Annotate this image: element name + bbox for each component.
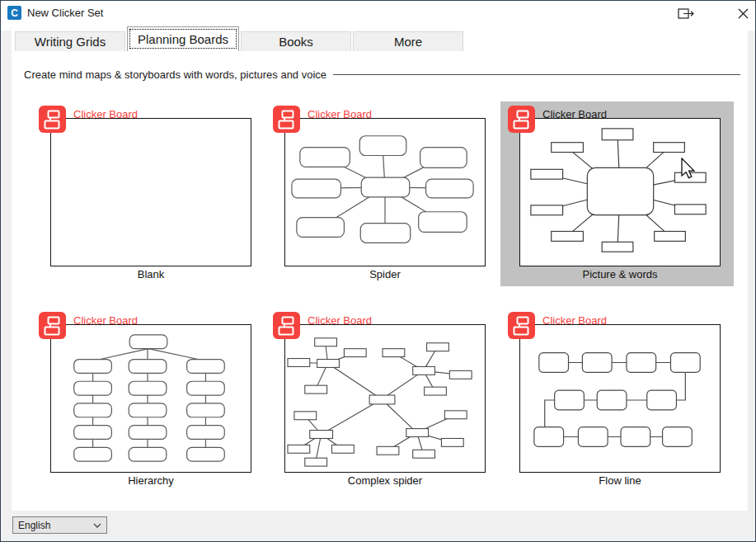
template-name: Spider	[284, 268, 486, 280]
close-button[interactable]	[730, 3, 756, 23]
template-name: Flow line	[519, 474, 721, 487]
undock-icon	[678, 8, 695, 19]
card-brand-label: Clicker Board	[73, 314, 138, 327]
tab-strip: Writing Grids Planning Boards Books More	[15, 26, 465, 51]
tab-writing-grids[interactable]: Writing Grids	[15, 31, 125, 51]
card-brand-label: Clicker Board	[308, 108, 372, 120]
template-name: Hierarchy	[50, 474, 251, 487]
clicker-app-icon: C	[7, 6, 21, 20]
clicker-board-icon	[273, 106, 300, 133]
section-header: Create mind maps & storyboards with word…	[24, 68, 740, 81]
template-card-complex-spider[interactable]: Clicker Board C	[265, 308, 499, 493]
card-brand-label: Clicker Board	[308, 314, 372, 327]
tab-planning-boards[interactable]: Planning Boards	[127, 26, 239, 51]
close-icon	[738, 8, 749, 19]
chevron-down-icon	[93, 523, 101, 528]
template-thumbnail-blank	[50, 118, 251, 266]
card-brand-label: Clicker Board	[542, 314, 607, 327]
language-select-value: English	[18, 520, 93, 531]
left-margin	[1, 31, 12, 511]
clicker-board-icon	[273, 312, 300, 339]
template-card-picture-words[interactable]: Clicker Board	[500, 101, 734, 286]
section-rule	[333, 74, 740, 75]
right-margin	[748, 31, 755, 511]
language-select[interactable]: English	[12, 516, 107, 534]
clicker-board-icon	[508, 312, 535, 339]
tab-more[interactable]: More	[353, 31, 463, 51]
undock-window-button[interactable]	[673, 3, 699, 23]
section-description: Create mind maps & storyboards with word…	[24, 68, 326, 81]
card-brand-label: Clicker Board	[73, 108, 138, 120]
template-thumbnail-spider	[284, 118, 486, 266]
template-name: Complex spider	[284, 474, 486, 487]
window-title: New Clicker Set	[27, 7, 103, 19]
template-card-spider[interactable]: Clicker Board Spider	[265, 101, 499, 286]
template-card-blank[interactable]: Clicker Board Blank	[31, 101, 265, 286]
tab-books[interactable]: Books	[241, 31, 351, 51]
template-thumbnail-flow-line	[519, 324, 721, 473]
new-clicker-set-dialog: C New Clicker Set Writing Grids Planning…	[0, 0, 756, 542]
template-name: Picture & words	[519, 268, 721, 280]
card-brand-label: Clicker Board	[542, 108, 607, 120]
template-card-hierarchy[interactable]: Clicker Board Hierarchy	[31, 308, 265, 493]
clicker-board-icon	[39, 312, 66, 339]
template-thumbnail-picture-words	[519, 118, 721, 266]
clicker-board-icon	[39, 106, 66, 133]
template-name: Blank	[50, 268, 251, 280]
template-card-flow-line[interactable]: Clicker Board Flow line	[500, 308, 734, 493]
mouse-cursor-icon	[680, 158, 697, 184]
titlebar: C New Clicker Set	[1, 1, 755, 26]
clicker-board-icon	[508, 106, 535, 133]
template-thumbnail-hierarchy	[50, 324, 251, 473]
bottom-bar	[1, 511, 755, 541]
template-thumbnail-complex-spider	[284, 324, 486, 473]
